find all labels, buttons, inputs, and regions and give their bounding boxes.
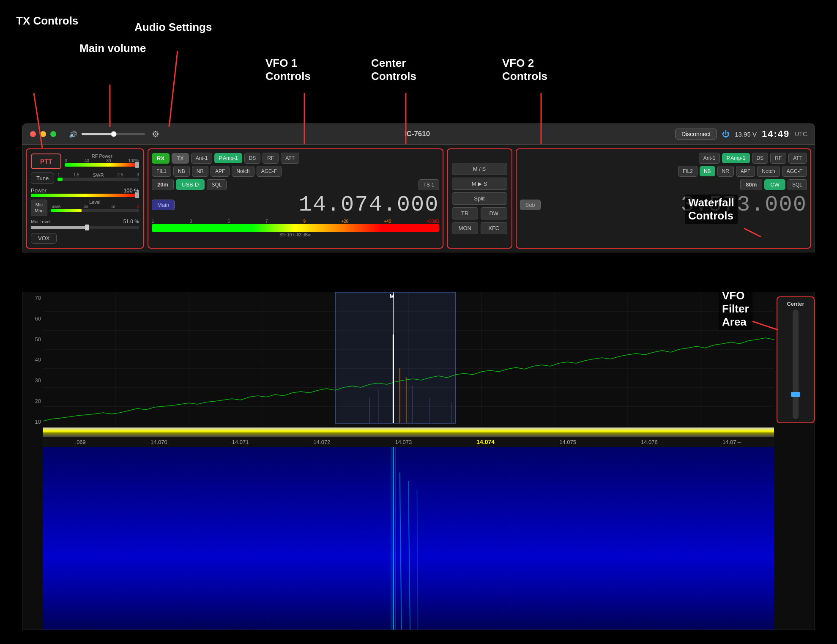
vfo1-att-button[interactable]: ATT <box>281 153 299 164</box>
vfo1-ds-button[interactable]: DS <box>244 153 261 164</box>
rf-power-label: RF Power <box>65 153 139 159</box>
vfo1-nb-button[interactable]: NB <box>173 166 190 177</box>
freq-axis-bar <box>43 428 774 437</box>
vox-button[interactable]: VOX <box>31 233 57 244</box>
vfo2-frequency[interactable]: 3.573.000 <box>545 192 807 217</box>
spectrum-svg[interactable]: M <box>43 292 774 428</box>
vfo1-annotation: VFO 1Controls <box>262 55 314 85</box>
freq-label-072: 14.072 <box>314 439 331 445</box>
vfo2-annotation: VFO 2Controls <box>499 55 551 85</box>
volume-slider[interactable] <box>82 133 145 135</box>
main-volume-annotation: Main volume <box>76 40 149 57</box>
title-bar-right: Disconnect ⏻ 13.95 V 14:49 UTC <box>675 129 807 140</box>
vfo2-att-button[interactable]: ATT <box>788 153 807 164</box>
traffic-light-green[interactable] <box>50 131 56 137</box>
spectrum-waterfall-area[interactable]: 70 60 50 40 30 20 10 M <box>22 292 815 630</box>
waterfall-controls-panel: Center <box>777 296 815 423</box>
title-bar: 🔊 ⚙ IC-7610 Disconnect ⏻ 13.95 V 14:49 U… <box>22 123 815 145</box>
power-label: Power <box>31 187 46 194</box>
vfo-filter-annotation: VFOFilterArea <box>719 288 752 330</box>
vfo2-ant1-button[interactable]: Ant-1 <box>699 153 720 164</box>
disconnect-button[interactable]: Disconnect <box>675 129 717 140</box>
rf-power-bar[interactable] <box>65 163 139 167</box>
vfo1-mode-button[interactable]: USB-D <box>176 179 205 190</box>
level-bar[interactable] <box>51 209 139 212</box>
smeter-value: S9+10 / -63 dBm <box>152 233 439 237</box>
vfo2-mode-button[interactable]: CW <box>764 179 785 190</box>
freq-label-071: 14.071 <box>232 439 249 445</box>
mic-level-value: 51.0 % <box>123 219 139 225</box>
center-dw-button[interactable]: DW <box>481 207 507 219</box>
vfo1-apf-button[interactable]: APF <box>211 166 230 177</box>
audio-settings-annotation: Audio Settings <box>131 19 215 36</box>
vfo1-main-badge[interactable]: Main <box>152 200 175 210</box>
vfo2-ds-button[interactable]: DS <box>752 153 769 164</box>
waterfall-center-label: Center <box>787 301 804 307</box>
y-axis: 70 60 50 40 30 20 10 <box>22 292 43 428</box>
center-panel: M / S M ▶ S Split TR DW MON XFC <box>447 148 512 249</box>
smeter-scale: 13579+20+40+50dB <box>152 219 439 224</box>
swr-bar[interactable] <box>57 178 139 181</box>
vfo1-ant1-button[interactable]: Ant-1 <box>191 153 213 164</box>
gear-icon[interactable]: ⚙ <box>152 129 159 139</box>
rf-scale: 04080100% <box>65 159 139 163</box>
svg-rect-40 <box>43 447 774 630</box>
vfo2-fil2-button[interactable]: FIL2 <box>678 166 698 177</box>
vfo1-rf-button[interactable]: RF <box>263 153 279 164</box>
vfo2-rf-button[interactable]: RF <box>770 153 786 164</box>
mic-level-bar[interactable] <box>31 226 139 229</box>
power-icon[interactable]: ⏻ <box>722 130 730 139</box>
vfo1-panel: RX TX Ant-1 P.Amp-1 DS RF ATT FIL1 NB NR… <box>148 148 443 249</box>
waterfall-thumb[interactable] <box>791 392 800 397</box>
vfo2-sub-badge[interactable]: Sub <box>520 200 541 210</box>
vfo2-band-button[interactable]: 80m <box>740 179 762 190</box>
utc-label: UTC <box>795 131 807 137</box>
vfo2-notch-button[interactable]: Notch <box>757 166 780 177</box>
vfo1-fil1-button[interactable]: FIL1 <box>152 166 171 177</box>
vfo1-tx-button[interactable]: TX <box>172 153 189 164</box>
traffic-light-red[interactable] <box>30 131 36 137</box>
traffic-light-yellow[interactable] <box>40 131 46 137</box>
freq-label-074-active: 14.074 <box>476 438 495 445</box>
vfo2-apf-button[interactable]: APF <box>736 166 755 177</box>
tune-button[interactable]: Tune <box>31 173 54 184</box>
vfo2-pamp1-button[interactable]: P.Amp-1 <box>722 153 749 163</box>
waterfall-area[interactable] <box>43 447 774 630</box>
time-display: 14:49 <box>762 129 790 140</box>
vfo2-nb-button[interactable]: NB <box>700 166 715 176</box>
mic-mac-button[interactable]: MicMac <box>31 200 47 216</box>
tx-controls-panel: PTT RF Power 04080100% Tune 11.5SWR2.53 <box>26 148 144 249</box>
vfo1-pamp1-button[interactable]: P.Amp-1 <box>214 153 242 163</box>
vfo2-sql-button[interactable]: SQL <box>788 179 807 190</box>
freq-ruler: .069 14.070 14.071 14.072 14.073 14.074 … <box>43 437 774 447</box>
center-split-button[interactable]: Split <box>452 192 507 205</box>
level-scale: -40dB-30-100 <box>51 205 139 209</box>
vfo1-agcf-button[interactable]: AGC-F <box>257 166 282 177</box>
vfo1-nr-button[interactable]: NR <box>192 166 208 177</box>
y-label-70: 70 <box>22 295 43 301</box>
voltage-display: 13.95 V <box>735 131 757 138</box>
center-xfc-button[interactable]: XFC <box>481 222 507 234</box>
freq-label-069: .069 <box>75 439 86 445</box>
freq-label-075: 14.075 <box>559 439 576 445</box>
swr-scale: 11.5SWR2.53 <box>57 173 139 178</box>
vfo1-frequency[interactable]: 14.074.000 <box>179 192 439 217</box>
ptt-button[interactable]: PTT <box>31 153 61 169</box>
y-label-40: 40 <box>22 356 43 363</box>
vfo1-rx-button[interactable]: RX <box>152 153 170 164</box>
center-mtos-button[interactable]: M ▶ S <box>452 178 507 190</box>
center-mon-button[interactable]: MON <box>452 222 479 234</box>
level-label: Level <box>51 200 139 205</box>
vfo2-nr-button[interactable]: NR <box>717 166 734 177</box>
vfo2-agcf-button[interactable]: AGC-F <box>782 166 807 177</box>
center-ms-button[interactable]: M / S <box>452 163 507 175</box>
vfo1-ts1-button[interactable]: TS-1 <box>418 179 439 190</box>
freq-label-077: 14.07→ <box>722 439 742 445</box>
waterfall-slider[interactable] <box>793 310 799 419</box>
power-bar[interactable] <box>31 194 139 197</box>
vfo1-notch-button[interactable]: Notch <box>232 166 254 177</box>
vfo1-sql-button[interactable]: SQL <box>207 179 226 190</box>
center-tr-button[interactable]: TR <box>452 207 479 219</box>
vfo1-band-button[interactable]: 20m <box>152 179 174 190</box>
window-title: IC-7610 <box>164 130 671 138</box>
